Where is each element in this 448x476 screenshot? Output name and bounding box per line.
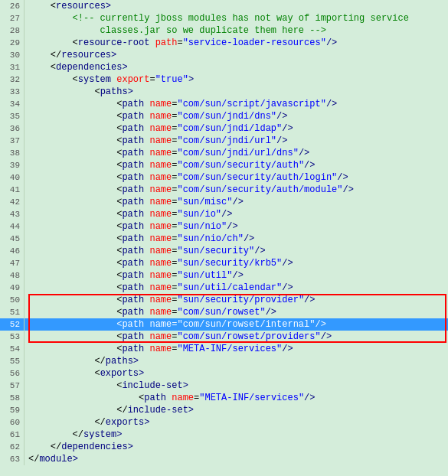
line-number: 43 [0, 208, 25, 220]
table-row: 50 <path name="sun/security/provider"/> [0, 294, 448, 306]
line-number: 47 [0, 257, 25, 269]
table-row: 35 <path name="com/sun/jndi/dns"/> [0, 110, 448, 122]
table-row: 51 <path name="com/sun/rowset"/> [0, 306, 448, 318]
line-number: 59 [0, 404, 25, 416]
table-row: 46 <path name="sun/security"/> [0, 245, 448, 257]
code-editor: 26 <resources>27 <!-- currently jboss mo… [0, 0, 448, 465]
code-line-content: <exports> [25, 367, 448, 380]
table-row: 52 <path name="com/sun/rowset/internal"/… [0, 318, 448, 331]
table-row: 60 </exports> [0, 416, 448, 429]
line-number: 48 [0, 269, 25, 282]
table-row: 57 <include-set> [0, 380, 448, 392]
table-row: 62 </dependencies> [0, 441, 448, 453]
table-row: 44 <path name="sun/nio"/> [0, 220, 448, 233]
line-number: 52 [0, 318, 25, 331]
table-row: 27 <!-- currently jboss modules has not … [0, 12, 448, 24]
table-row: 37 <path name="com/sun/jndi/url"/> [0, 135, 448, 147]
table-row: 26 <resources> [0, 0, 448, 12]
code-line-content: <dependencies> [25, 61, 448, 73]
line-number: 51 [0, 306, 25, 318]
code-line-content: <path name="com/sun/rowset/providers"/> [25, 331, 448, 343]
code-line-content: <path name="com/sun/security/auth"/> [25, 159, 448, 171]
line-number: 33 [0, 86, 25, 98]
code-line-content: <path name="com/sun/jndi/url"/> [25, 135, 448, 147]
line-number: 50 [0, 294, 25, 306]
code-line-content: <path name="sun/security/krb5"/> [25, 257, 448, 269]
code-line-content: </include-set> [25, 404, 448, 416]
table-row: 59 </include-set> [0, 404, 448, 416]
table-row: 39 <path name="com/sun/security/auth"/> [0, 159, 448, 171]
table-row: 53 <path name="com/sun/rowset/providers"… [0, 331, 448, 343]
code-line-content: <!-- currently jboss modules has not way… [25, 12, 448, 24]
code-line-content: <path name="com/sun/jndi/dns"/> [25, 110, 448, 122]
line-number: 35 [0, 110, 25, 122]
code-line-content: <path name="sun/io"/> [25, 208, 448, 220]
code-line-content: </resources> [25, 49, 448, 61]
table-row: 49 <path name="sun/util/calendar"/> [0, 282, 448, 294]
table-row: 41 <path name="com/sun/security/auth/mod… [0, 184, 448, 196]
table-row: 56 <exports> [0, 367, 448, 380]
code-line-content: <path name="sun/security"/> [25, 245, 448, 257]
code-line-content: <path name="META-INF/services"/> [25, 343, 448, 355]
code-lines-container: 26 <resources>27 <!-- currently jboss mo… [0, 0, 448, 465]
table-row: 31 <dependencies> [0, 61, 448, 73]
line-number: 34 [0, 98, 25, 110]
code-line-content: <paths> [25, 86, 448, 98]
line-number: 56 [0, 367, 25, 380]
code-line-content: <resource-root path="service-loader-reso… [25, 37, 448, 49]
table-row: 58 <path name="META-INF/services"/> [0, 392, 448, 404]
code-line-content: classes.jar so we duplicate them here --… [25, 24, 448, 37]
line-number: 54 [0, 343, 25, 355]
code-line-content: <path name="sun/misc"/> [25, 196, 448, 208]
table-row: 54 <path name="META-INF/services"/> [0, 343, 448, 355]
line-number: 58 [0, 392, 25, 404]
code-line-content: <path name="META-INF/services"/> [25, 392, 448, 404]
code-line-content: </module> [25, 453, 448, 465]
code-line-content: <path name="sun/nio/ch"/> [25, 233, 448, 245]
table-row: 42 <path name="sun/misc"/> [0, 196, 448, 208]
code-line-content: <path name="com/sun/rowset/internal"/> [25, 318, 448, 331]
line-number: 26 [0, 0, 25, 12]
line-number: 46 [0, 245, 25, 257]
table-row: 32 <system export="true"> [0, 73, 448, 86]
code-line-content: <path name="sun/util/calendar"/> [25, 282, 448, 294]
table-row: 61 </system> [0, 429, 448, 441]
code-line-content: <path name="sun/security/provider"/> [25, 294, 448, 306]
line-number: 42 [0, 196, 25, 208]
line-number: 37 [0, 135, 25, 147]
table-row: 30 </resources> [0, 49, 448, 61]
code-line-content: <path name="com/sun/jndi/ldap"/> [25, 122, 448, 135]
line-number: 44 [0, 220, 25, 233]
table-row: 55 </paths> [0, 355, 448, 367]
line-number: 39 [0, 159, 25, 171]
line-number: 45 [0, 233, 25, 245]
code-line-content: <path name="com/sun/jndi/url/dns"/> [25, 147, 448, 159]
code-line-content: </system> [25, 429, 448, 441]
table-row: 33 <paths> [0, 86, 448, 98]
line-number: 60 [0, 416, 25, 429]
line-number: 61 [0, 429, 25, 441]
line-number: 41 [0, 184, 25, 196]
table-row: 47 <path name="sun/security/krb5"/> [0, 257, 448, 269]
line-number: 38 [0, 147, 25, 159]
code-line-content: </paths> [25, 355, 448, 367]
table-row: 34 <path name="com/sun/script/javascript… [0, 98, 448, 110]
table-row: 38 <path name="com/sun/jndi/url/dns"/> [0, 147, 448, 159]
line-number: 40 [0, 171, 25, 184]
table-row: 48 <path name="sun/util"/> [0, 269, 448, 282]
line-number: 29 [0, 37, 25, 49]
line-number: 55 [0, 355, 25, 367]
table-row: 45 <path name="sun/nio/ch"/> [0, 233, 448, 245]
table-row: 43 <path name="sun/io"/> [0, 208, 448, 220]
code-line-content: </exports> [25, 416, 448, 429]
table-row: 63</module> [0, 453, 448, 465]
table-row: 28 classes.jar so we duplicate them here… [0, 24, 448, 37]
table-row: 40 <path name="com/sun/security/auth/log… [0, 171, 448, 184]
code-line-content: <path name="sun/nio"/> [25, 220, 448, 233]
code-line-content: <path name="com/sun/security/auth/login"… [25, 171, 448, 184]
line-number: 63 [0, 453, 25, 465]
line-number: 36 [0, 122, 25, 135]
table-row: 36 <path name="com/sun/jndi/ldap"/> [0, 122, 448, 135]
code-line-content: <path name="com/sun/security/auth/module… [25, 184, 448, 196]
line-number: 31 [0, 61, 25, 73]
